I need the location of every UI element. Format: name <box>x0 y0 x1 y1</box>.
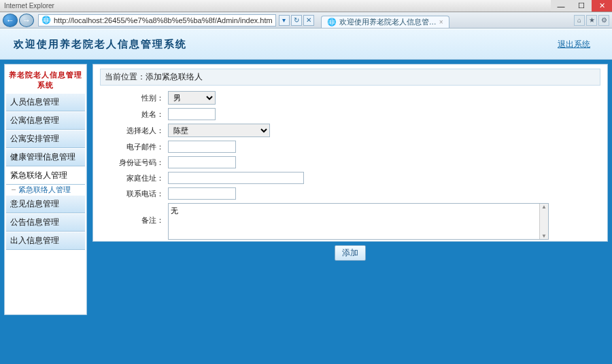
page-icon: 🌐 <box>327 18 337 26</box>
sidebar-subitem-emergency-manage[interactable]: 紧急联络人管理 <box>6 183 75 196</box>
idno-label: 身份证号码： <box>100 158 168 168</box>
url-text: http://localhost:26455/%e7%a8%8b%e5%ba%8… <box>54 16 273 24</box>
phone-label: 联系电话： <box>100 189 168 199</box>
window-minimize-button[interactable]: — <box>551 0 571 12</box>
sidebar: 养老院老人信息管理系统 人员信息管理 公寓信息管理 公寓安排管理 健康管理信息管… <box>4 64 87 315</box>
main-area: 养老院老人信息管理系统 人员信息管理 公寓信息管理 公寓安排管理 健康管理信息管… <box>0 60 612 364</box>
elder-select[interactable]: 陈壁 <box>168 124 270 137</box>
email-input[interactable] <box>168 141 236 153</box>
remark-textarea[interactable]: 无 <box>168 203 549 240</box>
gender-select[interactable]: 男 <box>168 91 216 105</box>
logout-link[interactable]: 退出系统 <box>558 39 590 50</box>
stop-button[interactable]: ✕ <box>303 15 314 26</box>
name-input[interactable] <box>168 108 216 120</box>
elder-label: 选择老人： <box>100 126 168 136</box>
idno-input[interactable] <box>168 156 236 168</box>
go-dropdown-button[interactable]: ▾ <box>279 15 290 26</box>
tab-label: 欢迎使用养老院老人信息管… <box>339 17 437 27</box>
browser-tab[interactable]: 🌐 欢迎使用养老院老人信息管… × <box>321 16 449 28</box>
address-label: 家庭住址： <box>100 173 168 183</box>
phone-input[interactable] <box>168 187 236 200</box>
sidebar-header: 养老院老人信息管理系统 <box>6 67 85 93</box>
window-maximize-button[interactable]: ☐ <box>571 0 592 12</box>
tab-strip: 🌐 欢迎使用养老院老人信息管… × <box>321 12 449 28</box>
window-titlebar: Internet Explorer — ☐ ✕ <box>0 0 612 12</box>
sidebar-item-apartment[interactable]: 公寓信息管理 <box>6 111 85 130</box>
address-bar: ← → 🌐 http://localhost:26455/%e7%a8%8b%e… <box>0 12 612 29</box>
sidebar-item-feedback[interactable]: 意见信息管理 <box>6 195 85 213</box>
submit-button[interactable]: 添加 <box>335 245 366 261</box>
remark-label: 备注： <box>100 203 168 225</box>
page-title: 欢迎使用养老院老人信息管理系统 <box>14 38 187 51</box>
home-icon[interactable]: ⌂ <box>574 15 585 26</box>
sidebar-item-people[interactable]: 人员信息管理 <box>6 93 85 111</box>
globe-icon: 🌐 <box>41 16 51 24</box>
name-label: 姓名： <box>100 109 168 120</box>
settings-gear-icon[interactable]: ⚙ <box>598 15 609 26</box>
remark-text: 无 <box>171 206 178 215</box>
window-close-button[interactable]: ✕ <box>592 0 612 12</box>
gender-label: 性别： <box>100 93 168 103</box>
window-title-text: Internet Explorer <box>0 2 54 10</box>
tab-close-button[interactable]: × <box>439 18 443 26</box>
page-header: 欢迎使用养老院老人信息管理系统 退出系统 <box>0 29 612 60</box>
textarea-scrollbar[interactable] <box>539 204 548 239</box>
url-input[interactable]: 🌐 http://localhost:26455/%e7%a8%8b%e5%ba… <box>38 14 276 26</box>
forward-button[interactable]: → <box>19 14 34 27</box>
breadcrumb: 当前位置：添加紧急联络人 <box>100 69 600 86</box>
address-input[interactable] <box>168 172 304 184</box>
sidebar-item-access[interactable]: 出入信息管理 <box>6 232 85 250</box>
content-panel: 当前位置：添加紧急联络人 性别： 男 姓名： 选择老人： 陈壁 电子邮件： 身份… <box>92 64 608 242</box>
email-label: 电子邮件： <box>100 142 168 152</box>
sidebar-item-apartment-assign[interactable]: 公寓安排管理 <box>6 130 85 148</box>
refresh-button[interactable]: ↻ <box>291 15 302 26</box>
sidebar-item-emergency[interactable]: 紧急联络人管理 <box>6 166 85 185</box>
sidebar-item-notice[interactable]: 公告信息管理 <box>6 213 85 232</box>
sidebar-item-health[interactable]: 健康管理信息管理 <box>6 148 85 166</box>
favorites-icon[interactable]: ★ <box>586 15 597 26</box>
back-button[interactable]: ← <box>3 14 18 27</box>
